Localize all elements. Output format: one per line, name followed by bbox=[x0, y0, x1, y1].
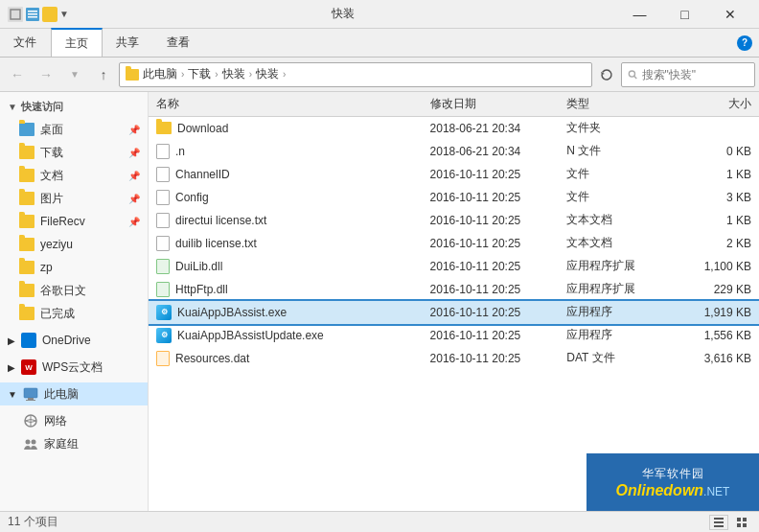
file-date-cell: 2016-10-11 20:25 bbox=[423, 301, 560, 324]
quick-access-icon bbox=[25, 7, 40, 22]
table-row[interactable]: Config2016-10-11 20:25文件3 KB bbox=[149, 186, 759, 209]
file-date-cell: 2018-06-21 20:34 bbox=[423, 117, 560, 140]
breadcrumb-arrow-2[interactable]: › bbox=[215, 69, 218, 80]
file-size-cell: 1,919 KB bbox=[675, 301, 759, 324]
dropdown-arrow[interactable]: ▼ bbox=[59, 9, 69, 19]
pin-icon-5: 📌 bbox=[128, 217, 140, 227]
file-name-cell: HttpFtp.dll bbox=[149, 278, 423, 301]
window-controls: — □ ✕ bbox=[618, 0, 751, 29]
help-button[interactable]: ? bbox=[730, 29, 759, 57]
breadcrumb-part-4[interactable]: 快装 bbox=[256, 66, 279, 82]
sidebar-item-pictures[interactable]: 图片 📌 bbox=[0, 187, 148, 210]
svg-rect-18 bbox=[743, 518, 747, 521]
sidebar-item-completed[interactable]: 已完成 bbox=[0, 302, 148, 325]
svg-rect-19 bbox=[737, 523, 741, 527]
view-controls bbox=[709, 515, 751, 530]
file-name: directui license.txt bbox=[175, 214, 266, 227]
breadcrumb-arrow-1[interactable]: › bbox=[181, 69, 184, 80]
close-button[interactable]: ✕ bbox=[708, 0, 751, 29]
file-name-cell: ⚙KuaiAppJBAssistUpdate.exe bbox=[149, 324, 423, 347]
yeziyu-folder-icon bbox=[19, 238, 34, 251]
refresh-button[interactable] bbox=[594, 62, 619, 87]
folder-title-icon bbox=[42, 7, 58, 22]
table-row[interactable]: .n2018-06-21 20:34N 文件0 KB bbox=[149, 140, 759, 163]
pin-icon: 📌 bbox=[128, 125, 140, 135]
tab-file[interactable]: 文件 bbox=[0, 29, 51, 57]
breadcrumb-part-1[interactable]: 此电脑 bbox=[143, 66, 177, 82]
file-size-cell bbox=[675, 117, 759, 140]
col-name[interactable]: 名称 bbox=[149, 92, 423, 117]
breadcrumb-arrow-4[interactable]: › bbox=[283, 69, 286, 80]
main-layout: ▼ 快速访问 桌面 📌 下载 📌 文档 📌 bbox=[0, 92, 759, 511]
sidebar-item-network[interactable]: 网络 bbox=[0, 409, 148, 432]
up-button[interactable]: ↑ bbox=[90, 61, 117, 88]
sidebar-item-yeziyu[interactable]: yeziyu bbox=[0, 233, 148, 256]
sidebar-item-download[interactable]: 下载 📌 bbox=[0, 141, 148, 164]
search-input[interactable] bbox=[642, 68, 748, 81]
breadcrumb-arrow-3[interactable]: › bbox=[249, 69, 252, 80]
col-size[interactable]: 大小 bbox=[675, 92, 759, 117]
sidebar-item-onedrive[interactable]: ▶ OneDrive bbox=[0, 329, 148, 352]
watermark: 华军软件园 Onlinedown.NET bbox=[586, 453, 759, 511]
search-bar[interactable] bbox=[621, 62, 755, 87]
pin-icon-2: 📌 bbox=[128, 148, 140, 158]
tab-view[interactable]: 查看 bbox=[153, 29, 204, 57]
table-row[interactable]: ChannelID2016-10-11 20:25文件1 KB bbox=[149, 163, 759, 186]
address-bar[interactable]: 此电脑 › 下载 › 快装 › 快装 › bbox=[119, 62, 592, 87]
sidebar-item-desktop[interactable]: 桌面 📌 bbox=[0, 118, 148, 141]
table-row[interactable]: duilib license.txt2016-10-11 20:25文本文档2 … bbox=[149, 232, 759, 255]
table-row[interactable]: HttpFtp.dll2016-10-11 20:25应用程序扩展229 KB bbox=[149, 278, 759, 301]
file-name: .n bbox=[175, 145, 185, 158]
sidebar-item-google-jp[interactable]: 谷歌日文 bbox=[0, 279, 148, 302]
sidebar-item-this-pc[interactable]: ▼ 此电脑 bbox=[0, 382, 148, 405]
sidebar-item-zp[interactable]: zp bbox=[0, 256, 148, 279]
tab-share[interactable]: 共享 bbox=[103, 29, 153, 57]
recent-button[interactable]: ▼ bbox=[61, 61, 88, 88]
file-date-cell: 2016-10-11 20:25 bbox=[423, 347, 560, 370]
table-row[interactable]: Resources.dat2016-10-11 20:25DAT 文件3,616… bbox=[149, 347, 759, 370]
navigation-bar: ← → ▼ ↑ 此电脑 › 下载 › 快装 › 快装 › bbox=[0, 58, 759, 92]
svg-rect-9 bbox=[26, 400, 35, 401]
quick-access-section: ▼ 快速访问 桌面 📌 下载 📌 文档 📌 bbox=[0, 96, 148, 325]
file-name-cell: Download bbox=[149, 117, 423, 140]
sidebar-item-docs[interactable]: 文档 📌 bbox=[0, 164, 148, 187]
watermark-logo: Onlinedown.NET bbox=[616, 482, 730, 499]
sidebar: ▼ 快速访问 桌面 📌 下载 📌 文档 📌 bbox=[0, 92, 149, 511]
col-type[interactable]: 类型 bbox=[559, 92, 675, 117]
file-name: KuaiAppJBAssist.exe bbox=[177, 306, 287, 319]
file-type-cell: 文件夹 bbox=[559, 117, 675, 140]
table-row[interactable]: Download2018-06-21 20:34文件夹 bbox=[149, 117, 759, 140]
details-view-button[interactable] bbox=[709, 515, 728, 530]
ribbon: 文件 主页 共享 查看 ? bbox=[0, 29, 759, 58]
svg-rect-3 bbox=[28, 11, 37, 12]
file-type-cell: 文件 bbox=[559, 186, 675, 209]
file-name: Config bbox=[175, 191, 209, 204]
svg-point-12 bbox=[26, 440, 31, 445]
file-name-cell: duilib license.txt bbox=[149, 232, 423, 255]
large-icons-button[interactable] bbox=[732, 515, 751, 530]
file-name: KuaiAppJBAssistUpdate.exe bbox=[177, 329, 324, 342]
table-row[interactable]: ⚙KuaiAppJBAssistUpdate.exe2016-10-11 20:… bbox=[149, 324, 759, 347]
file-size-cell: 229 KB bbox=[675, 278, 759, 301]
desktop-icon bbox=[19, 123, 34, 136]
table-row[interactable]: DuiLib.dll2016-10-11 20:25应用程序扩展1,100 KB bbox=[149, 255, 759, 278]
breadcrumb-part-2[interactable]: 下载 bbox=[188, 66, 211, 82]
quick-access-header[interactable]: ▼ 快速访问 bbox=[0, 96, 148, 118]
table-row[interactable]: ⚙KuaiAppJBAssist.exe2016-10-11 20:25应用程序… bbox=[149, 301, 759, 324]
forward-button[interactable]: → bbox=[33, 61, 59, 88]
back-button[interactable]: ← bbox=[4, 61, 31, 88]
sidebar-item-homegroup[interactable]: 家庭组 bbox=[0, 432, 148, 455]
sidebar-item-filerecv[interactable]: FileRecv 📌 bbox=[0, 210, 148, 233]
file-type-cell: 文本文档 bbox=[559, 209, 675, 232]
file-name: duilib license.txt bbox=[175, 237, 257, 250]
file-name-cell: ChannelID bbox=[149, 163, 423, 186]
sidebar-item-wps[interactable]: ▶ W WPS云文档 bbox=[0, 356, 148, 379]
breadcrumb-part-3[interactable]: 快装 bbox=[222, 66, 245, 82]
maximize-button[interactable]: □ bbox=[663, 0, 706, 29]
tab-home[interactable]: 主页 bbox=[51, 28, 103, 57]
table-row[interactable]: directui license.txt2016-10-11 20:25文本文档… bbox=[149, 209, 759, 232]
svg-point-13 bbox=[32, 440, 36, 445]
minimize-button[interactable]: — bbox=[618, 0, 661, 29]
watermark-brand: 华军软件园 bbox=[642, 466, 704, 482]
col-date[interactable]: 修改日期 bbox=[423, 92, 560, 117]
